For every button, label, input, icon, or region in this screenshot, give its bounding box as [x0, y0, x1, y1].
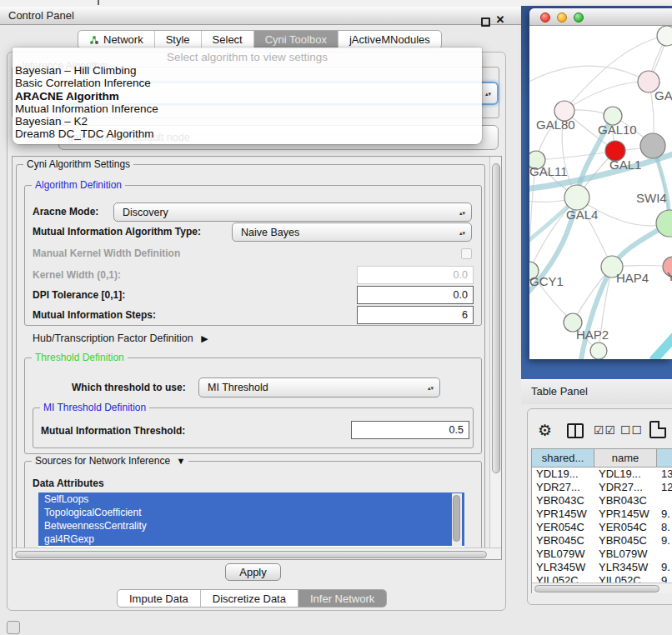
- select-all-columns-icon[interactable]: ☑☑: [594, 423, 616, 437]
- node-label-gal10: GAL10: [598, 122, 637, 137]
- mi-threshold-field[interactable]: 0.5: [351, 421, 469, 439]
- which-threshold-value: MI Threshold: [208, 382, 268, 393]
- node-label-hap2: HAP2: [576, 328, 609, 342]
- mi-steps-field[interactable]: 6: [357, 306, 474, 324]
- bottom-tabbar: Impute DataDiscretize DataInfer Network: [117, 589, 387, 608]
- network-node[interactable]: [564, 185, 589, 210]
- which-threshold-label: Which threshold to use:: [72, 382, 186, 393]
- kernel-width-field[interactable]: 0.0: [357, 266, 474, 284]
- table-row[interactable]: YLR345WYLR345W9.: [532, 561, 672, 574]
- dropdown-items: Bayesian – Hill ClimbingBasic Correlatio…: [13, 64, 482, 141]
- table-cell: 9.: [657, 534, 672, 548]
- table-rows: YDL19...YDL19...13YDR27...YDR27...12YBR0…: [532, 468, 672, 588]
- float-window-icon[interactable]: [481, 18, 490, 27]
- tab-cyni-toolbox[interactable]: Cyni Toolbox: [253, 31, 338, 48]
- column-header-shared[interactable]: shared...: [532, 449, 594, 468]
- table-cell: YDR27...: [594, 481, 657, 494]
- algorithm-option-dream8-dc-tdc-algorithm[interactable]: Dream8 DC_TDC Algorithm: [13, 128, 482, 140]
- attributes-scrollbar-thumb[interactable]: [453, 495, 460, 542]
- mac-minimize-button[interactable]: [557, 12, 567, 22]
- table-header-row: shared...nameA: [532, 449, 672, 468]
- manual-kernel-checkbox[interactable]: [461, 248, 472, 259]
- deselect-all-columns-icon[interactable]: ☐☐: [620, 423, 643, 437]
- network-canvas[interactable]: GALGAL80GAL10GAL1GAL11GAL4SWI4GCY1HAP4YH…: [529, 26, 672, 359]
- attribute-item-topologicalcoefficient[interactable]: TopologicalCoefficient: [38, 506, 464, 519]
- table-cell: YBL079W: [594, 548, 657, 561]
- network-window: GALGAL80GAL10GAL1GAL11GAL4SWI4GCY1HAP4YH…: [529, 8, 672, 359]
- network-node[interactable]: [590, 342, 607, 359]
- table-cell: YBL079W: [532, 548, 594, 561]
- apply-button[interactable]: Apply: [225, 563, 281, 581]
- tab-jactivemnodules[interactable]: jActiveMNodules: [338, 31, 441, 48]
- stepper-arrows-icon: ▴▾: [459, 230, 465, 234]
- mi-type-combo[interactable]: Naive Bayes ▴▾: [232, 222, 472, 242]
- node-table[interactable]: shared...nameA YDL19...YDL19...13YDR27..…: [531, 448, 672, 593]
- network-node[interactable]: [657, 26, 672, 46]
- tab-discretize-data[interactable]: Discretize Data: [200, 590, 298, 607]
- tab-network[interactable]: Network: [78, 31, 154, 48]
- node-label-gal80: GAL80: [536, 118, 575, 132]
- algorithm-option-mutual-information-inference[interactable]: Mutual Information Inference: [13, 102, 482, 115]
- cyni-settings-legend: Cyni Algorithm Settings: [23, 158, 133, 170]
- gear-icon[interactable]: ⚙: [538, 421, 552, 441]
- column-header-name[interactable]: name: [594, 449, 657, 468]
- tab-select[interactable]: Select: [201, 31, 253, 48]
- table-row[interactable]: YDR27...YDR27...12: [532, 481, 672, 494]
- sources-legend[interactable]: Sources for Network Inference ▼: [32, 455, 188, 467]
- mac-close-button[interactable]: [540, 12, 550, 22]
- attributes-scrollbar[interactable]: [452, 493, 462, 547]
- split-pane-icon[interactable]: [567, 423, 584, 438]
- table-row[interactable]: YER054CYER054C8.: [532, 521, 672, 534]
- table-horizontal-scrollbar[interactable]: [532, 582, 672, 593]
- table-row[interactable]: YPR145WYPR145W9.: [532, 508, 672, 521]
- collapsed-panel-icon[interactable]: [7, 621, 20, 634]
- attribute-item-betweennesscentrality[interactable]: BetweennessCentrality: [38, 519, 464, 532]
- tab-impute-data[interactable]: Impute Data: [118, 590, 200, 607]
- table-row[interactable]: YBL079WYBL079W: [532, 548, 672, 561]
- control-panel-title: Control Panel: [8, 7, 74, 25]
- algorithm-option-bayesian-k2[interactable]: Bayesian – K2: [13, 115, 482, 128]
- network-node[interactable]: [640, 133, 665, 158]
- tab-style[interactable]: Style: [154, 31, 201, 48]
- settings-hscrollbar-thumb[interactable]: [15, 551, 487, 558]
- document-icon[interactable]: [649, 421, 666, 438]
- tab-label: Style: [166, 33, 190, 46]
- node-label-gal11: GAL11: [529, 164, 568, 178]
- settings-vertical-scrollbar[interactable]: [489, 157, 501, 548]
- dpi-tolerance-field[interactable]: 0.0: [357, 286, 474, 304]
- algorithm-option-bayesian-hill-climbing[interactable]: Bayesian – Hill Climbing: [13, 64, 482, 77]
- stepper-arrows-icon: ▴▾: [485, 92, 491, 96]
- dpi-tolerance-label: DPI Tolerance [0,1]:: [33, 289, 125, 301]
- attribute-item-gal4rgexp[interactable]: gal4RGexp: [38, 532, 464, 546]
- table-cell: YBR043C: [532, 494, 594, 508]
- table-hscrollbar-thumb[interactable]: [534, 585, 659, 592]
- table-cell: YDL19...: [594, 468, 657, 481]
- network-window-titlebar[interactable]: [529, 8, 672, 26]
- settings-horizontal-scrollbar[interactable]: [13, 548, 501, 560]
- table-cell: 8.: [657, 521, 672, 534]
- sources-legend-label: Sources for Network Inference: [35, 455, 170, 467]
- aracne-mode-combo[interactable]: Discovery ▴▾: [113, 202, 472, 222]
- close-icon[interactable]: ✕: [494, 13, 506, 27]
- hub-definition-toggle[interactable]: Hub/Transcription Factor Definition ▶: [33, 332, 208, 344]
- table-row[interactable]: YDL19...YDL19...13: [532, 468, 672, 481]
- attribute-item-selfloops[interactable]: SelfLoops: [38, 492, 464, 506]
- mac-zoom-button[interactable]: [574, 12, 584, 22]
- tab-infer-network[interactable]: Infer Network: [298, 590, 386, 607]
- table-row[interactable]: YBR045CYBR045C9.: [532, 534, 672, 548]
- column-header-a[interactable]: A: [657, 449, 672, 468]
- table-cell: YDL19...: [532, 468, 594, 481]
- data-attributes-list[interactable]: SelfLoopsTopologicalCoefficientBetweenne…: [38, 492, 464, 548]
- algorithm-option-basic-correlation-inference[interactable]: Basic Correlation Inference: [13, 77, 482, 89]
- network-graph: GALGAL80GAL10GAL1GAL11GAL4SWI4GCY1HAP4YH…: [529, 26, 672, 359]
- table-cell: YER054C: [532, 521, 594, 534]
- table-row[interactable]: YBR043CYBR043C: [532, 494, 672, 508]
- mi-type-label: Mutual Information Algorithm Type:: [33, 226, 201, 238]
- mi-threshold-legend: MI Threshold Definition: [40, 402, 149, 413]
- table-cell: 9.: [657, 561, 672, 574]
- settings-vscrollbar-thumb[interactable]: [492, 163, 500, 473]
- tab-label: Network: [103, 33, 143, 46]
- table-cell: YER054C: [594, 521, 657, 534]
- algorithm-option-aracne-algorithm[interactable]: ARACNE Algorithm: [13, 90, 482, 102]
- which-threshold-combo[interactable]: MI Threshold ▴▾: [198, 378, 440, 398]
